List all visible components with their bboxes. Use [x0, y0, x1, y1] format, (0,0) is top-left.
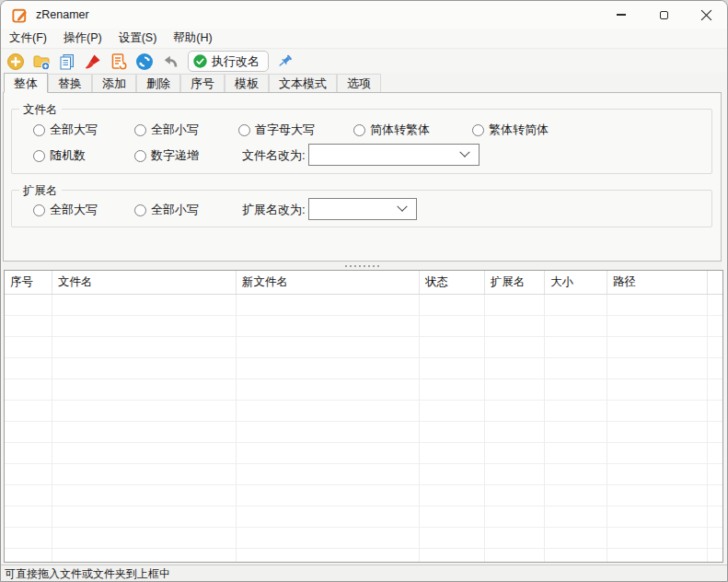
execute-rename-button[interactable]: 执行改名: [188, 51, 269, 72]
radio-label: 数字递增: [151, 147, 199, 164]
col-header-status[interactable]: 状态: [420, 271, 485, 294]
radio-ext-uppercase[interactable]: 全部大写: [33, 203, 98, 217]
refresh-icon: [135, 52, 154, 71]
maximize-icon: [660, 11, 668, 19]
refresh-names-button[interactable]: [109, 52, 129, 72]
radio-label: 繁体转简体: [489, 122, 549, 138]
file-list-table: 序号 文件名 新文件名 状态 扩展名 大小 路径: [4, 270, 723, 563]
radio-ext-lowercase[interactable]: 全部小写: [134, 203, 199, 217]
toolbar: 执行改名: [1, 50, 727, 73]
extension-groupbox: 扩展名 全部大写 全部小写 扩展名改为:: [11, 190, 712, 227]
tab-delete[interactable]: 删除: [136, 74, 180, 92]
app-logo-icon: [11, 6, 29, 24]
extension-combobox[interactable]: [308, 198, 417, 220]
tab-template[interactable]: 模板: [225, 74, 269, 92]
filename-group-title: 文件名: [19, 102, 62, 118]
add-folder-button[interactable]: [31, 52, 52, 72]
chevron-down-icon: [397, 202, 407, 212]
window-title: zRenamer: [36, 8, 89, 21]
check-circle-icon: [192, 53, 208, 69]
minimize-icon: [617, 14, 626, 16]
tab-replace[interactable]: 替换: [48, 74, 92, 92]
extension-combo-label: 扩展名改为:: [242, 203, 306, 217]
radio-traditional-to-simplified[interactable]: 繁体转简体: [472, 122, 549, 137]
radio-circle-icon: [33, 124, 45, 136]
clear-list-button[interactable]: [83, 52, 103, 72]
radio-label: 随机数: [50, 147, 86, 164]
col-header-path[interactable]: 路径: [607, 271, 708, 294]
add-files-icon: [6, 52, 25, 71]
maximize-button[interactable]: [642, 1, 685, 29]
radio-label: 全部大写: [50, 122, 98, 138]
radio-simplified-to-traditional[interactable]: 简体转繁体: [353, 122, 430, 137]
menu-help[interactable]: 帮助(H): [165, 29, 220, 48]
filename-combo-label: 文件名改为:: [242, 148, 306, 163]
pin-icon: [275, 52, 294, 71]
tab-options[interactable]: 选项: [337, 74, 381, 92]
tab-text-mode[interactable]: 文本模式: [269, 74, 337, 92]
col-header-extension[interactable]: 扩展名: [485, 271, 545, 294]
chevron-down-icon: [459, 147, 469, 157]
radio-label: 全部大写: [50, 202, 98, 218]
menu-settings[interactable]: 设置(S): [110, 29, 166, 48]
col-header-size[interactable]: 大小: [545, 271, 607, 294]
col-header-new-filename[interactable]: 新文件名: [237, 271, 420, 294]
file-list-body[interactable]: [5, 295, 722, 562]
tab-add[interactable]: 添加: [92, 74, 136, 92]
tab-page-whole: 文件名 全部大写 全部小写 首字母大写 简体转繁体 繁体转简体: [3, 93, 722, 262]
add-files-button[interactable]: [6, 52, 26, 72]
tab-strip: 整体 替换 添加 删除 序号 模板 文本模式 选项: [3, 73, 722, 93]
radio-label: 首字母大写: [255, 122, 315, 138]
status-hint-text: 可直接拖入文件或文件夹到上框中: [1, 566, 170, 582]
radio-uppercase[interactable]: 全部大写: [33, 122, 98, 137]
radio-circle-icon: [238, 124, 250, 136]
splitter-handle[interactable]: [3, 262, 722, 270]
col-header-index[interactable]: 序号: [5, 271, 52, 294]
close-icon: [700, 9, 712, 21]
execute-rename-label: 执行改名: [212, 53, 260, 70]
title-bar: zRenamer: [1, 1, 727, 29]
menu-operation[interactable]: 操作(P): [55, 29, 110, 48]
radio-random-number[interactable]: 随机数: [33, 148, 86, 163]
add-folder-icon: [32, 52, 51, 71]
radio-number-increment[interactable]: 数字递增: [134, 148, 199, 163]
radio-lowercase[interactable]: 全部小写: [134, 122, 199, 137]
radio-circle-icon: [33, 150, 45, 162]
menu-bar: 文件(F) 操作(P) 设置(S) 帮助(H): [1, 29, 727, 49]
radio-label: 全部小写: [151, 122, 199, 138]
radio-capitalize[interactable]: 首字母大写: [238, 122, 315, 137]
radio-label: 简体转繁体: [370, 122, 430, 138]
app-window: zRenamer 文件(F) 操作(P) 设置(S) 帮助(H): [0, 0, 728, 582]
file-list-header: 序号 文件名 新文件名 状态 扩展名 大小 路径: [5, 271, 722, 295]
menu-file[interactable]: 文件(F): [1, 29, 55, 48]
file-list-gridlines: [5, 295, 722, 562]
refresh-names-icon: [110, 52, 128, 71]
copy-list-icon: [58, 52, 76, 71]
col-header-filler: [708, 271, 722, 294]
pin-on-top-button[interactable]: [274, 52, 295, 72]
status-bar: 可直接拖入文件或文件夹到上框中: [1, 565, 727, 582]
radio-circle-icon: [33, 204, 45, 216]
radio-circle-icon: [134, 150, 146, 162]
radio-circle-icon: [353, 124, 365, 136]
radio-circle-icon: [134, 124, 146, 136]
col-header-filename[interactable]: 文件名: [52, 271, 237, 294]
copy-list-button[interactable]: [57, 52, 77, 72]
tab-number[interactable]: 序号: [180, 74, 225, 92]
minimize-button[interactable]: [600, 1, 642, 29]
radio-label: 全部小写: [151, 202, 199, 218]
extension-group-title: 扩展名: [19, 183, 62, 199]
radio-circle-icon: [134, 204, 146, 216]
undo-button[interactable]: [160, 52, 180, 72]
undo-icon: [161, 52, 179, 71]
filename-combobox[interactable]: [308, 144, 480, 166]
filename-groupbox: 文件名 全部大写 全部小写 首字母大写 简体转繁体 繁体转简体: [11, 109, 712, 174]
radio-circle-icon: [472, 124, 484, 136]
tab-whole[interactable]: 整体: [4, 73, 48, 93]
clear-brush-icon: [84, 52, 102, 71]
close-button[interactable]: [685, 1, 727, 29]
refresh-button[interactable]: [134, 52, 155, 72]
